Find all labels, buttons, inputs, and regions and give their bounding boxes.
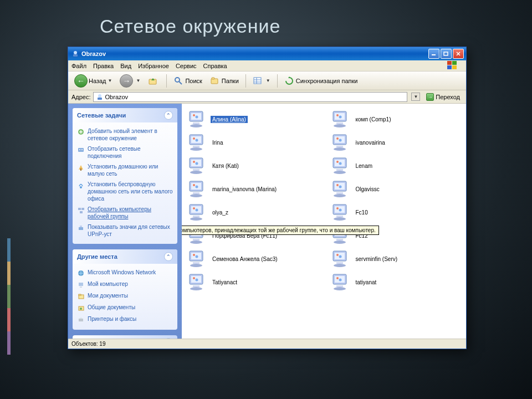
menu-favorites[interactable]: Избранное <box>138 63 169 69</box>
menu-file[interactable]: Файл <box>71 63 86 69</box>
place-icon <box>77 281 85 289</box>
sync-button[interactable]: Синхронизация папки <box>282 75 361 87</box>
task-label: Установить домашнюю или малую сеть <box>88 163 173 177</box>
other-places-header[interactable]: Другие места ⌃ <box>73 249 177 264</box>
menu-tools[interactable]: Сервис <box>176 63 197 69</box>
collapse-icon: ⌃ <box>164 111 173 120</box>
svg-point-83 <box>336 184 339 186</box>
maximize-button[interactable] <box>441 49 452 59</box>
views-icon <box>253 76 263 86</box>
menu-help[interactable]: Справка <box>203 63 227 69</box>
svg-point-113 <box>193 254 195 256</box>
up-button[interactable] <box>145 75 162 87</box>
back-button[interactable]: ← Назад ▼ <box>71 73 115 89</box>
place-item[interactable]: Принтеры и факсы <box>77 314 173 325</box>
computer-icon <box>331 250 351 268</box>
content-pane[interactable]: Алина (Alina)комп (Comp1)Irinaivanovairi… <box>182 104 466 339</box>
task-item[interactable]: Установить беспроводную домашнюю сеть ил… <box>77 179 173 204</box>
network-tasks-panel: Сетевые задачи ⌃ Добавить новый элемент … <box>73 108 177 244</box>
svg-rect-121 <box>336 262 343 264</box>
close-button[interactable] <box>453 49 464 59</box>
svg-point-36 <box>80 308 82 310</box>
svg-rect-6 <box>447 65 452 69</box>
svg-point-65 <box>193 161 195 163</box>
folders-label: Папки <box>222 78 239 84</box>
computer-item[interactable]: комп (Comp1) <box>330 109 462 129</box>
svg-rect-28 <box>79 227 83 230</box>
place-item[interactable]: Мои документы <box>77 290 173 302</box>
task-item[interactable]: Добавить новый элемент в сетевое окружен… <box>77 126 173 144</box>
svg-point-66 <box>196 162 198 165</box>
task-item[interactable]: Установить домашнюю или малую сеть <box>77 161 173 179</box>
computer-item[interactable]: Катя (Kati) <box>186 156 319 176</box>
computer-item[interactable]: Olgavissc <box>330 179 462 199</box>
computer-item[interactable]: Fc10 <box>330 202 462 222</box>
svg-point-114 <box>196 255 198 258</box>
computer-item[interactable]: Lenam <box>330 156 462 176</box>
address-dropdown-icon[interactable]: ▼ <box>411 93 420 101</box>
computer-item[interactable]: marina_ivanovna (Marina) <box>186 179 319 199</box>
network-tasks-header[interactable]: Сетевые задачи ⌃ <box>73 108 177 122</box>
computer-item[interactable]: Алина (Alina) <box>186 109 319 129</box>
forward-button[interactable]: → ▼ <box>117 73 143 89</box>
svg-rect-18 <box>98 98 102 100</box>
place-item[interactable]: Общие документы <box>77 302 173 314</box>
task-icon <box>77 128 85 136</box>
menu-view[interactable]: Вид <box>120 63 131 69</box>
svg-point-47 <box>336 114 339 116</box>
folders-button[interactable]: Папки <box>207 75 242 87</box>
place-item[interactable]: Мой компьютер <box>77 279 173 290</box>
separator <box>166 74 167 88</box>
address-bar: Адрес: Obrazov ▼ → Переход <box>68 90 466 104</box>
address-input[interactable]: Obrazov <box>93 92 408 102</box>
search-button[interactable]: Поиск <box>171 75 204 87</box>
svg-rect-85 <box>336 192 343 194</box>
computer-item[interactable]: servminfin (Serv) <box>330 249 462 269</box>
svg-point-59 <box>336 137 339 140</box>
computer-item[interactable]: ivanovairina <box>330 132 462 152</box>
views-button[interactable]: ▼ <box>250 75 273 87</box>
menu-edit[interactable]: Правка <box>93 63 114 69</box>
tooltip: Отображение компьютеров, принадлежащих т… <box>182 226 379 235</box>
svg-rect-23 <box>80 168 81 171</box>
computer-label: ivanovairina <box>354 139 387 146</box>
svg-point-96 <box>339 209 341 212</box>
computer-label: Fc10 <box>354 209 370 216</box>
task-item[interactable]: Показывать значки для сетевых UPnP-уст <box>77 222 173 239</box>
go-button[interactable]: → Переход <box>423 93 463 101</box>
computer-item[interactable]: Irina <box>186 132 319 152</box>
computer-item[interactable]: olya_z <box>186 202 319 222</box>
svg-point-78 <box>196 186 198 188</box>
svg-point-21 <box>79 149 80 150</box>
minimize-button[interactable] <box>428 49 439 59</box>
svg-rect-27 <box>80 211 83 213</box>
slide-title: Сетевое окружение <box>100 16 280 37</box>
task-item[interactable]: Отобразить компьютеры рабочей группы <box>77 204 173 222</box>
svg-rect-25 <box>78 208 81 210</box>
task-icon <box>77 181 85 189</box>
computer-label: Lenam <box>354 162 375 170</box>
computer-icon <box>187 110 207 128</box>
folder-up-icon <box>148 76 158 86</box>
svg-rect-7 <box>452 65 457 69</box>
svg-rect-32 <box>80 287 82 288</box>
go-icon: → <box>426 93 434 101</box>
computer-item[interactable]: Семенова Анжела (Sac3) <box>186 249 319 269</box>
task-item[interactable]: Отобразить сетевые подключения <box>77 144 173 161</box>
svg-rect-67 <box>193 169 200 171</box>
svg-rect-97 <box>336 216 343 217</box>
computer-item[interactable]: Tatiyanact <box>186 272 319 292</box>
titlebar[interactable]: Obrazov <box>68 47 466 60</box>
svg-point-41 <box>193 114 195 116</box>
computer-icon <box>331 110 351 128</box>
computer-item[interactable]: tatiyanat <box>330 272 462 292</box>
place-label: Microsoft Windows Network <box>88 269 156 276</box>
status-text: Объектов: 19 <box>71 341 106 347</box>
place-item[interactable]: Microsoft Windows Network <box>77 267 173 279</box>
svg-point-62 <box>334 147 346 151</box>
svg-point-132 <box>339 279 341 282</box>
svg-point-0 <box>74 51 77 54</box>
explorer-window: Obrazov Файл Правка Вид Избранное Сервис… <box>68 47 467 349</box>
svg-rect-3 <box>444 52 448 55</box>
svg-point-17 <box>98 94 101 98</box>
